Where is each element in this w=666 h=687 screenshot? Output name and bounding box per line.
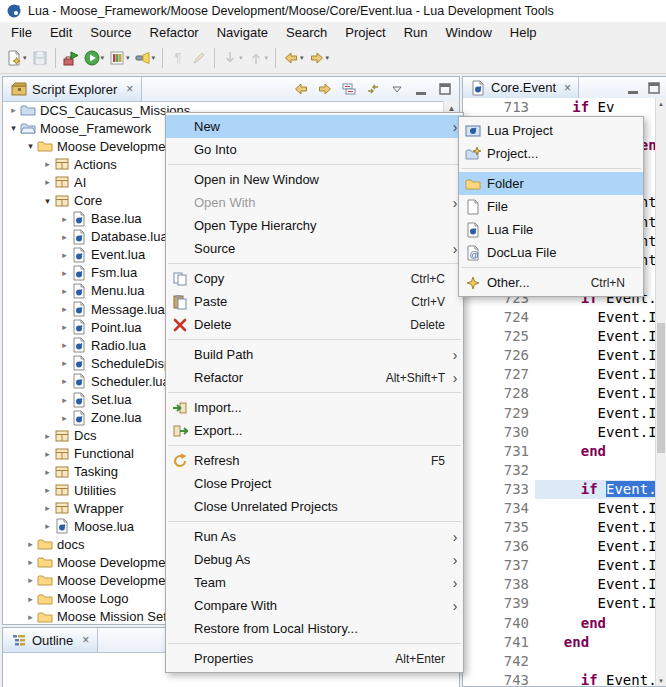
expander-icon[interactable]: ▸ xyxy=(24,539,37,549)
context-menu-item-source[interactable]: Source› xyxy=(166,237,463,260)
back-button[interactable]: ▾ xyxy=(281,46,306,70)
expander-icon[interactable]: ▸ xyxy=(58,322,71,332)
expander-icon[interactable]: ▸ xyxy=(24,594,37,604)
tab-outline[interactable]: Outline × xyxy=(3,628,98,652)
dropdown-arrow-icon[interactable]: ▾ xyxy=(300,54,304,62)
expander-icon[interactable]: ▸ xyxy=(41,467,54,477)
dropdown-arrow-icon[interactable]: ▾ xyxy=(23,54,27,62)
menu-window[interactable]: Window xyxy=(437,23,501,42)
menu-edit[interactable]: Edit xyxy=(41,23,81,42)
expander-icon[interactable]: ▾ xyxy=(41,196,54,206)
expander-icon[interactable]: ▸ xyxy=(58,340,71,350)
code-line[interactable]: if Event. xyxy=(535,480,656,499)
expander-icon[interactable]: ▾ xyxy=(24,141,37,151)
expander-icon[interactable]: ▸ xyxy=(41,431,54,441)
maximize-icon[interactable] xyxy=(437,81,453,97)
forward-button[interactable]: ▾ xyxy=(307,46,332,70)
code-line[interactable]: Event.I xyxy=(535,327,656,346)
code-line[interactable]: Event.I xyxy=(535,556,656,575)
scroll-down-icon[interactable]: ▼ xyxy=(656,675,666,686)
close-icon[interactable]: × xyxy=(82,633,89,647)
menu-source[interactable]: Source xyxy=(81,23,140,42)
coverage-button[interactable]: ▾ xyxy=(107,46,132,70)
code-line[interactable]: Event.I xyxy=(535,404,656,423)
dropdown-arrow-icon[interactable]: ▾ xyxy=(152,54,156,62)
expander-icon[interactable]: ▸ xyxy=(58,413,71,423)
menu-run[interactable]: Run xyxy=(395,23,437,42)
run-button[interactable]: ▾ xyxy=(82,46,107,70)
menu-project[interactable]: Project xyxy=(336,23,394,42)
tab-core-event[interactable]: Core.Event × xyxy=(463,77,579,98)
collapse-all-icon[interactable] xyxy=(341,81,357,97)
show-whitespace-button[interactable]: ¶ xyxy=(168,46,188,70)
titlebar[interactable]: Lua - Moose_Framework/Moose Development/… xyxy=(0,0,666,22)
context-menu-item-import[interactable]: Import... xyxy=(166,396,463,419)
code-line[interactable]: Event.I xyxy=(535,365,656,384)
expander-icon[interactable]: ▸ xyxy=(58,250,71,260)
mark-occurrences-button[interactable] xyxy=(189,46,209,70)
code-line[interactable]: if Event.ta xyxy=(535,671,656,686)
expander-icon[interactable]: ▸ xyxy=(24,575,37,585)
expander-icon[interactable]: ▸ xyxy=(58,268,71,278)
code-line[interactable]: Event.I xyxy=(535,384,656,403)
context-menu-item-close-project[interactable]: Close Project xyxy=(166,472,463,495)
code-line[interactable]: if Ev xyxy=(535,98,656,117)
code-line[interactable]: Event.I xyxy=(535,499,656,518)
menu-refactor[interactable]: Refactor xyxy=(141,23,208,42)
minimize-icon[interactable] xyxy=(413,81,429,97)
context-menu-item-refactor[interactable]: RefactorAlt+Shift+T› xyxy=(166,366,463,389)
code-line[interactable]: Event.I xyxy=(535,308,656,327)
code-line[interactable] xyxy=(535,652,656,671)
code-line[interactable]: end xyxy=(535,614,656,633)
external-tools-button[interactable] xyxy=(61,46,81,70)
expander-icon[interactable]: ▸ xyxy=(58,214,71,224)
context-menu-item-paste[interactable]: PasteCtrl+V xyxy=(166,290,463,313)
context-menu-item-go-into[interactable]: Go Into xyxy=(166,138,463,161)
context-menu-item-restore-from-local-history[interactable]: Restore from Local History... xyxy=(166,617,463,640)
expander-icon[interactable]: ▸ xyxy=(24,612,37,622)
close-icon[interactable]: × xyxy=(126,82,133,96)
expander-icon[interactable]: ▸ xyxy=(58,376,71,386)
expander-icon[interactable]: ▸ xyxy=(41,485,54,495)
code-line[interactable]: Event.I xyxy=(535,537,656,556)
context-menu-item-new[interactable]: New› xyxy=(166,115,463,138)
dropdown-arrow-icon[interactable]: ▾ xyxy=(239,54,243,62)
submenu-item-lua-file[interactable]: Lua File xyxy=(459,218,643,241)
next-annotation-button[interactable]: ▾ xyxy=(220,46,245,70)
expander-icon[interactable]: ▸ xyxy=(41,521,54,531)
code-line[interactable]: Event.I xyxy=(535,346,656,365)
expander-icon[interactable]: ▸ xyxy=(58,232,71,242)
submenu-item-folder[interactable]: Folder xyxy=(459,172,643,195)
context-menu-item-run-as[interactable]: Run As› xyxy=(166,525,463,548)
expander-icon[interactable]: ▸ xyxy=(41,449,54,459)
context-menu-item-copy[interactable]: CopyCtrl+C xyxy=(166,267,463,290)
expander-icon[interactable]: ▸ xyxy=(41,159,54,169)
submenu-item-lua-project[interactable]: Lua Project xyxy=(459,119,643,142)
context-menu-item-build-path[interactable]: Build Path› xyxy=(166,343,463,366)
code-line[interactable]: Event.I xyxy=(535,594,656,613)
code-line[interactable]: end xyxy=(535,442,656,461)
expander-icon[interactable]: ▸ xyxy=(58,358,71,368)
menu-navigate[interactable]: Navigate xyxy=(208,23,277,42)
new-wizard-button[interactable]: ▾ xyxy=(4,46,29,70)
maximize-icon[interactable] xyxy=(646,80,662,96)
dropdown-arrow-icon[interactable]: ▾ xyxy=(265,54,269,62)
context-menu-item-debug-as[interactable]: Debug As› xyxy=(166,548,463,571)
search-button[interactable]: ▾ xyxy=(133,46,158,70)
dropdown-arrow-icon[interactable]: ▾ xyxy=(326,54,330,62)
context-menu-item-open-type-hierarchy[interactable]: Open Type Hierarchy xyxy=(166,214,463,237)
back-icon[interactable] xyxy=(293,81,309,97)
context-menu-item-open-in-new-window[interactable]: Open in New Window xyxy=(166,168,463,191)
context-menu-item-refresh[interactable]: RefreshF5 xyxy=(166,449,463,472)
submenu-item-project[interactable]: Project... xyxy=(459,142,643,165)
context-menu-item-close-unrelated-projects[interactable]: Close Unrelated Projects xyxy=(166,495,463,518)
close-icon[interactable]: × xyxy=(564,81,571,95)
code-line[interactable]: Event.I xyxy=(535,423,656,442)
submenu-item-doclua-file[interactable]: @DocLua File xyxy=(459,241,643,264)
prev-annotation-button[interactable]: ▾ xyxy=(246,46,271,70)
expander-icon[interactable]: ▸ xyxy=(58,395,71,405)
expander-icon[interactable]: ▾ xyxy=(7,123,20,133)
dropdown-arrow-icon[interactable]: ▾ xyxy=(101,54,105,62)
expander-icon[interactable]: ▸ xyxy=(58,286,71,296)
menu-file[interactable]: File xyxy=(2,23,41,42)
